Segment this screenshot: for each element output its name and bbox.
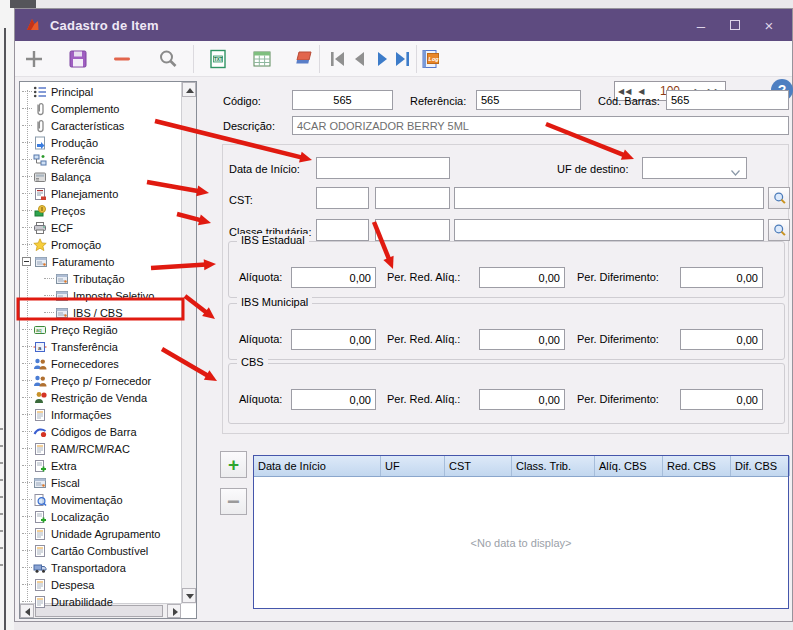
groupbox-ibs-estadual: IBS EstadualAlíquota:0,00Per. Red. Alíq.…: [228, 241, 785, 298]
sidebar-item-complemento[interactable]: Complemento: [20, 100, 180, 117]
sidebar-item-restri-o-de-venda[interactable]: Restrição de Venda: [20, 389, 180, 406]
scroll-up-button[interactable]: [182, 82, 196, 97]
cbs-al-quota-label: Alíquota:: [239, 393, 282, 405]
sidebar-item-localiza-o[interactable]: Localização: [20, 508, 180, 525]
classe-code2-field[interactable]: [375, 219, 450, 241]
referencia-field[interactable]: 565: [476, 90, 581, 110]
sidebar-item-ecf[interactable]: ECF: [20, 219, 180, 236]
grid-column-header-uf[interactable]: UF: [381, 456, 445, 476]
sidebar-item-pre-o-p-fornecedor[interactable]: Preço p/ Fornecedor: [20, 372, 180, 389]
ibs-estadual-per-red-al-q-field[interactable]: 0,00: [479, 267, 565, 288]
ibs-municipal-al-quota-field[interactable]: 0,00: [291, 329, 376, 350]
sidebar-item-balan-a[interactable]: Balança: [20, 168, 180, 185]
nav-last-button[interactable]: [391, 48, 413, 70]
sidebar-item-ram-rcm-rac[interactable]: RAM/RCM/RAC: [20, 440, 180, 457]
cst-description-field[interactable]: [454, 187, 764, 209]
sidebar-item-imposto-seletivo[interactable]: Imposto Seletivo: [20, 287, 180, 304]
grid-column-header-dif-cbs[interactable]: Dif. CBS: [731, 456, 790, 476]
classe-description-field[interactable]: [454, 219, 764, 241]
cbs-history-grid[interactable]: Data de InícioUFCSTClass. Trib.Alíq. CBS…: [253, 455, 789, 609]
scroll-down-button[interactable]: [182, 588, 196, 603]
sidebar-item-transportadora[interactable]: Transportadora: [20, 559, 180, 576]
sidebar-item-informa-es[interactable]: Informações: [20, 406, 180, 423]
sidebar-item-label: Extra: [51, 460, 77, 472]
sidebar-item-pre-o-regi-o[interactable]: aqPreço Região: [20, 321, 180, 338]
tree-connector: [22, 414, 32, 415]
cst-lookup-button[interactable]: [768, 187, 790, 209]
grid-add-row-button[interactable]: +: [220, 451, 247, 478]
add-button[interactable]: [23, 48, 45, 70]
sidebar-item-planejamento[interactable]: Planejamento: [20, 185, 180, 202]
grid-column-header-al-q-cbs[interactable]: Alíq. CBS: [595, 456, 663, 476]
sidebar-item-principal[interactable]: Principal: [20, 83, 180, 100]
cbs-per-red-al-q-field[interactable]: 0,00: [479, 389, 565, 410]
sidebar-item-refer-ncia[interactable]: Referência: [20, 151, 180, 168]
people-icon: [33, 374, 47, 388]
sidebar-item-unidade-agrupamento[interactable]: Unidade Agrupamento: [20, 525, 180, 542]
sidebar-item-produ-o[interactable]: Produção: [20, 134, 180, 151]
sidebar-item-cart-o-combust-vel[interactable]: Cartão Combustível: [20, 542, 180, 559]
scroll-down-icon: [186, 594, 194, 599]
sidebar-item-c-digos-de-barra[interactable]: Códigos de Barra: [20, 423, 180, 440]
sidebar-item-faturamento[interactable]: Faturamento: [20, 253, 180, 270]
eraser-button[interactable]: [293, 48, 315, 70]
ibs-estadual-per-diferimento-field[interactable]: 0,00: [680, 267, 763, 288]
classe-code-field[interactable]: [316, 219, 369, 241]
codigo-field[interactable]: 565: [292, 90, 393, 110]
tree-connector: [22, 244, 32, 245]
sidebar-item-ibs-cbs[interactable]: IBS / CBS: [20, 304, 180, 321]
sidebar-item-durabilidade[interactable]: Durabilidade: [20, 593, 180, 610]
sidebar-item-tributa-o[interactable]: Tributação: [20, 270, 180, 287]
ibs-estadual-al-quota-field[interactable]: 0,00: [291, 267, 376, 288]
collapse-icon[interactable]: [22, 257, 31, 266]
main-toolbar: TXT Log ◀◀ ◀ 100 ▶ ▶▶ ?: [15, 41, 792, 77]
sidebar-item-extra[interactable]: Extra: [20, 457, 180, 474]
maximize-button[interactable]: [718, 9, 752, 41]
descricao-field[interactable]: 4CAR ODORIZADOR BERRY 5ML: [292, 116, 789, 135]
close-button[interactable]: ×: [752, 9, 786, 41]
table-button[interactable]: [251, 48, 273, 70]
tree-connector: [22, 482, 32, 483]
cst-code-field[interactable]: [316, 187, 369, 209]
grid-remove-row-button[interactable]: −: [220, 488, 247, 515]
grid-column-header-cst[interactable]: CST: [445, 456, 512, 476]
tree-connector: [22, 142, 32, 143]
ibs-municipal-per-red-al-q-field[interactable]: 0,00: [479, 329, 565, 350]
nav-next-button[interactable]: [371, 48, 393, 70]
sidebar-item-promo-o[interactable]: Promoção: [20, 236, 180, 253]
tree-connector: [22, 567, 32, 568]
log-button[interactable]: Log: [420, 48, 442, 70]
sidebar-item-despesa[interactable]: Despesa: [20, 576, 180, 593]
data-inicio-field[interactable]: [316, 157, 450, 179]
sidebar-item-pre-os[interactable]: Preços: [20, 202, 180, 219]
minimize-button[interactable]: –: [684, 9, 718, 41]
tree-vertical-scrollbar[interactable]: [181, 82, 196, 604]
grid-column-header-red-cbs[interactable]: Red. CBS: [663, 456, 731, 476]
grid-column-header-data-de-in-cio[interactable]: Data de Início: [254, 456, 381, 476]
cst-code2-field[interactable]: [375, 187, 450, 209]
save-button[interactable]: [67, 48, 89, 70]
search-button[interactable]: [157, 48, 179, 70]
classe-lookup-button[interactable]: [768, 219, 790, 241]
cbs-al-quota-field[interactable]: 0,00: [291, 389, 376, 410]
sidebar-item-fornecedores[interactable]: Fornecedores: [20, 355, 180, 372]
sidebar-item-fiscal[interactable]: Fiscal: [20, 474, 180, 491]
title-bar[interactable]: Cadastro de Item – ×: [15, 9, 792, 41]
ibs-municipal-per-diferimento-field[interactable]: 0,00: [680, 329, 763, 350]
form-icon: [55, 306, 69, 320]
uf-destino-combobox[interactable]: [642, 157, 747, 179]
chevron-down-icon[interactable]: [731, 166, 740, 172]
cbs-per-diferimento-field[interactable]: 0,00: [680, 389, 763, 410]
cod-barras-field[interactable]: 565: [666, 90, 789, 110]
sidebar-item-label: IBS / CBS: [73, 307, 123, 319]
sidebar-item-transfer-ncia[interactable]: aTransferência: [20, 338, 180, 355]
svg-text:aq: aq: [36, 327, 42, 333]
sidebar-item-movimenta-o[interactable]: Movimentação: [20, 491, 180, 508]
sidebar-item-caracter-sticas[interactable]: Características: [20, 117, 180, 134]
grid-column-header-class-trib[interactable]: Class. Trib.: [512, 456, 595, 476]
navigation-tree[interactable]: PrincipalComplementoCaracterísticasProdu…: [19, 81, 197, 619]
nav-first-button[interactable]: [327, 48, 349, 70]
delete-button[interactable]: [111, 48, 133, 70]
txt-export-button[interactable]: TXT: [207, 48, 229, 70]
nav-prev-button[interactable]: [349, 48, 371, 70]
